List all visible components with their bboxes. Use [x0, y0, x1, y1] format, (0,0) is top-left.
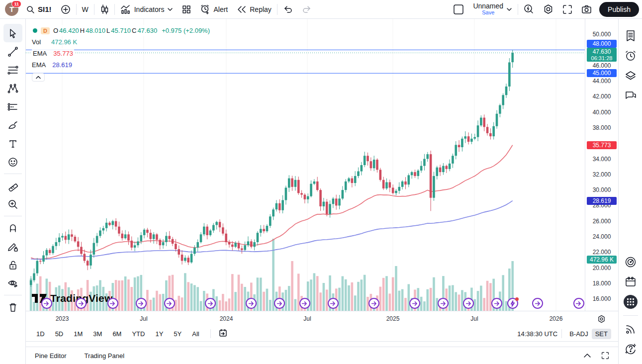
contract-roll-marker[interactable]: [463, 298, 474, 309]
cursor-tool[interactable]: [3, 24, 22, 42]
replay-button[interactable]: Replay: [232, 2, 276, 17]
notification-badge: 11: [11, 0, 21, 7]
replay-point-marker[interactable]: [507, 298, 518, 309]
range-button-ytd[interactable]: YTD: [128, 329, 148, 339]
price-axis[interactable]: 50.00046.00044.00042.00040.00038.00034.0…: [585, 19, 618, 311]
text-tool[interactable]: [3, 134, 22, 153]
ohlc-key: O: [53, 27, 58, 34]
multichart-layout-button[interactable]: [178, 2, 195, 17]
calendar-button[interactable]: [622, 272, 640, 292]
pattern-tool[interactable]: [3, 79, 22, 97]
time-axis[interactable]: 2023Jul2024Jul2025Jul2026: [26, 311, 618, 326]
avatar[interactable]: T 11: [5, 2, 18, 16]
legend-main-row[interactable]: D O46.420H48.010L45.710C47.630 +0.975 (+…: [32, 25, 211, 36]
publish-button[interactable]: Publish: [599, 2, 639, 17]
symbol-search[interactable]: SI1!: [21, 2, 56, 17]
apps-button[interactable]: [622, 292, 640, 312]
fib-retracement-tool[interactable]: [3, 61, 22, 79]
screenshot-button[interactable]: [577, 2, 596, 17]
go-to-date-button[interactable]: [215, 327, 231, 341]
ruler-tool[interactable]: [3, 177, 22, 195]
chart-type-button[interactable]: [95, 2, 113, 17]
fullscreen-button[interactable]: [558, 2, 577, 17]
trend-line-tool[interactable]: [3, 42, 22, 61]
text-icon: [8, 139, 18, 149]
series-status-dot: [33, 28, 37, 33]
undo-button[interactable]: [278, 2, 297, 17]
save-label[interactable]: Save: [482, 10, 494, 16]
chat-panel-button[interactable]: [622, 86, 640, 105]
drawing-mode-tool[interactable]: [3, 237, 22, 256]
contract-roll-marker[interactable]: [205, 298, 216, 309]
legend-ema2-row[interactable]: EMA 28.619: [32, 59, 211, 71]
contract-roll-marker[interactable]: [368, 298, 379, 309]
emoji-tool[interactable]: [3, 153, 22, 171]
candlestick-icon: [100, 4, 109, 14]
interval-button[interactable]: W: [78, 2, 93, 17]
panel-expand-chevron-icon[interactable]: [583, 353, 591, 358]
help-button[interactable]: [622, 339, 640, 359]
indicators-button[interactable]: Indicators: [116, 2, 178, 17]
prediction-tool[interactable]: [3, 97, 22, 116]
contract-roll-marker[interactable]: [107, 298, 118, 309]
object-tree-button[interactable]: [622, 66, 640, 86]
alert-button[interactable]: Alert: [195, 2, 232, 17]
pencil-lock-icon: [7, 241, 18, 252]
contract-roll-marker[interactable]: [41, 298, 52, 309]
alerts-panel-button[interactable]: [622, 46, 640, 66]
ohlc-value: 46.420: [59, 27, 79, 34]
chevron-up-icon: [36, 76, 41, 79]
layout-thumbnail-button[interactable]: [449, 2, 468, 17]
range-button-5y[interactable]: 5Y: [170, 329, 185, 339]
vol-label: Vol: [32, 38, 41, 46]
range-button-5d[interactable]: 5D: [52, 329, 67, 339]
price-label-chip: 35.773: [587, 141, 617, 149]
calendar-icon: [624, 275, 637, 288]
price-tick: 18.000: [585, 280, 618, 287]
lock-all-tool[interactable]: [3, 256, 22, 274]
contract-roll-marker[interactable]: [328, 298, 339, 309]
range-button-1m[interactable]: 1M: [70, 329, 86, 339]
magnet-tool[interactable]: [3, 219, 22, 237]
contract-roll-marker[interactable]: [573, 298, 584, 309]
range-button-6m[interactable]: 6M: [109, 329, 125, 339]
hide-drawings-tool[interactable]: [3, 274, 22, 292]
settings-button[interactable]: [539, 2, 558, 17]
interval-label: W: [82, 5, 89, 13]
streams-button[interactable]: [622, 319, 640, 339]
trading-panel-tab[interactable]: Trading Panel: [85, 352, 124, 360]
divider: [518, 4, 518, 15]
time-tick: 2025: [386, 315, 400, 322]
quick-search-button[interactable]: [519, 2, 539, 17]
range-button-3m[interactable]: 3M: [90, 329, 105, 339]
legend-collapse-button[interactable]: [32, 73, 45, 82]
redo-button[interactable]: [297, 2, 316, 17]
range-button-1y[interactable]: 1Y: [152, 329, 167, 339]
contract-roll-marker[interactable]: [136, 298, 147, 309]
chevron-down-icon: [167, 7, 173, 11]
contract-roll-marker[interactable]: [164, 298, 175, 309]
bottom-panel-right: [583, 352, 609, 360]
range-button-all[interactable]: All: [188, 329, 202, 339]
tradingview-app: { "topbar": { "avatar_letter": "T", "not…: [0, 0, 642, 364]
brush-tool[interactable]: [3, 116, 22, 134]
watchlist-panel-button[interactable]: [622, 26, 640, 46]
adjustment-toggle[interactable]: B-ADJ: [566, 329, 592, 339]
contract-roll-marker[interactable]: [491, 298, 502, 309]
session-toggle[interactable]: SET: [592, 329, 611, 339]
replay-label: Replay: [250, 5, 272, 13]
range-button-1d[interactable]: 1D: [33, 329, 48, 339]
legend-volume-row[interactable]: Vol 472.96 K: [32, 36, 211, 48]
remove-all-tool[interactable]: [3, 298, 22, 316]
chart-pane[interactable]: TradingView D O46.420H48.010L45.710C47.6…: [26, 19, 585, 311]
utc-clock[interactable]: 14:38:30 UTC: [517, 330, 557, 338]
panel-maximize-icon[interactable]: [601, 352, 609, 360]
zoom-in-tool[interactable]: [3, 195, 22, 213]
axis-settings-gear-icon[interactable]: [597, 315, 606, 323]
contract-roll-marker[interactable]: [299, 298, 310, 309]
pine-editor-tab[interactable]: Pine Editor: [35, 352, 67, 360]
screener-button[interactable]: [622, 252, 640, 272]
legend-ema1-row[interactable]: EMA 35.773: [32, 48, 74, 59]
compare-add-button[interactable]: [56, 2, 75, 17]
layout-name-button[interactable]: Unnamed Save: [468, 2, 517, 17]
